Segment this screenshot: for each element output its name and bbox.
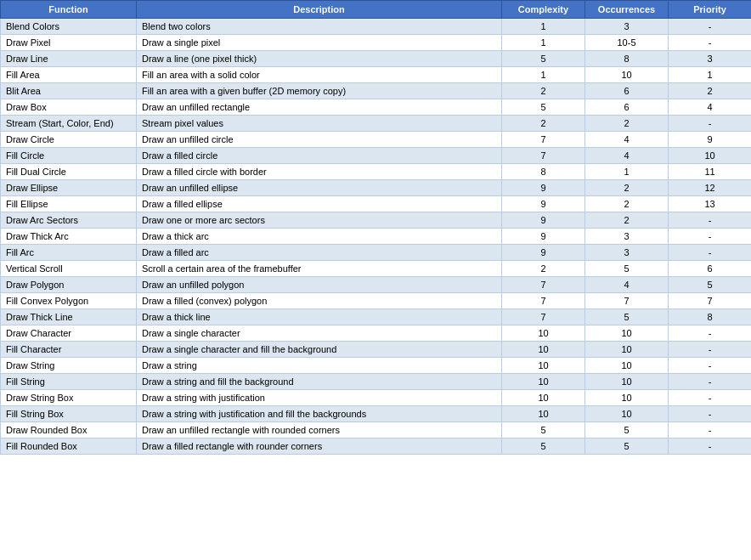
cell-description: Draw an unfilled polygon [137, 277, 502, 293]
cell-function: Draw Rounded Box [1, 422, 137, 438]
cell-description: Fill an area with a given buffer (2D mem… [137, 83, 502, 99]
table-row: Fill Rounded BoxDraw a filled rectangle … [1, 438, 752, 455]
cell-function: Draw String Box [1, 390, 137, 406]
cell-description: Draw a thick line [137, 309, 502, 325]
cell-description: Draw a filled arc [137, 245, 502, 261]
cell-priority: 13 [669, 196, 752, 212]
cell-priority: - [669, 438, 752, 455]
cell-occurrences: 2 [585, 196, 669, 212]
cell-description: Draw a string with justification [137, 390, 502, 406]
cell-description: Draw a filled (convex) polygon [137, 293, 502, 309]
cell-description: Draw an unfilled ellipse [137, 180, 502, 196]
cell-priority: 12 [669, 180, 752, 196]
cell-description: Draw a thick arc [137, 229, 502, 245]
cell-occurrences: 5 [585, 422, 669, 438]
table-row: Draw Rounded BoxDraw an unfilled rectang… [1, 422, 752, 438]
cell-complexity: 7 [502, 277, 585, 293]
cell-priority: 5 [669, 277, 752, 293]
table-row: Draw Arc SectorsDraw one or more arc sec… [1, 212, 752, 229]
functions-table: Function Description Complexity Occurren… [0, 0, 751, 455]
table-row: Draw EllipseDraw an unfilled ellipse9212 [1, 180, 752, 196]
cell-description: Draw a filled circle [137, 148, 502, 164]
cell-function: Draw Polygon [1, 277, 137, 293]
table-row: Fill StringDraw a string and fill the ba… [1, 374, 752, 390]
header-description: Description [137, 1, 502, 19]
table-row: Draw PolygonDraw an unfilled polygon745 [1, 277, 752, 293]
cell-description: Draw a filled rectangle with rounder cor… [137, 438, 502, 455]
table-row: Draw BoxDraw an unfilled rectangle564 [1, 99, 752, 116]
cell-description: Draw an unfilled rectangle with rounded … [137, 422, 502, 438]
header-priority: Priority [669, 1, 752, 19]
cell-occurrences: 5 [585, 309, 669, 325]
cell-function: Fill Ellipse [1, 196, 137, 212]
cell-occurrences: 1 [585, 164, 669, 180]
cell-complexity: 7 [502, 132, 585, 148]
cell-occurrences: 2 [585, 212, 669, 229]
cell-complexity: 7 [502, 293, 585, 309]
cell-description: Draw a filled ellipse [137, 196, 502, 212]
cell-occurrences: 4 [585, 277, 669, 293]
table-row: Fill Dual CircleDraw a filled circle wit… [1, 164, 752, 180]
cell-description: Draw an unfilled rectangle [137, 99, 502, 116]
cell-function: Draw Box [1, 99, 137, 116]
cell-function: Draw Character [1, 325, 137, 342]
cell-priority: 6 [669, 261, 752, 277]
cell-priority: - [669, 390, 752, 406]
cell-function: Draw Circle [1, 132, 137, 148]
table-row: Draw Thick LineDraw a thick line758 [1, 309, 752, 325]
table-row: Fill String BoxDraw a string with justif… [1, 406, 752, 422]
cell-function: Stream (Start, Color, End) [1, 116, 137, 132]
table-row: Vertical ScrollScroll a certain area of … [1, 261, 752, 277]
cell-priority: - [669, 325, 752, 342]
table-row: Blit AreaFill an area with a given buffe… [1, 83, 752, 99]
cell-function: Fill Area [1, 67, 137, 83]
cell-complexity: 5 [502, 99, 585, 116]
table-row: Stream (Start, Color, End)Stream pixel v… [1, 116, 752, 132]
table-row: Fill EllipseDraw a filled ellipse9213 [1, 196, 752, 212]
cell-priority: - [669, 422, 752, 438]
cell-occurrences: 3 [585, 245, 669, 261]
cell-priority: - [669, 35, 752, 51]
table-row: Fill CharacterDraw a single character an… [1, 342, 752, 358]
cell-description: Draw a string and fill the background [137, 374, 502, 390]
cell-function: Vertical Scroll [1, 261, 137, 277]
cell-complexity: 10 [502, 406, 585, 422]
cell-description: Blend two colors [137, 19, 502, 35]
cell-priority: - [669, 116, 752, 132]
main-table-container: Function Description Complexity Occurren… [0, 0, 751, 455]
cell-occurrences: 10 [585, 390, 669, 406]
cell-complexity: 9 [502, 180, 585, 196]
cell-occurrences: 8 [585, 51, 669, 67]
table-row: Draw StringDraw a string1010- [1, 358, 752, 374]
cell-function: Draw Line [1, 51, 137, 67]
cell-complexity: 1 [502, 35, 585, 51]
cell-priority: 9 [669, 132, 752, 148]
cell-priority: - [669, 342, 752, 358]
cell-function: Blit Area [1, 83, 137, 99]
cell-function: Fill Rounded Box [1, 438, 137, 455]
cell-description: Fill an area with a solid color [137, 67, 502, 83]
header-occurrences: Occurrences [585, 1, 669, 19]
cell-complexity: 9 [502, 245, 585, 261]
cell-complexity: 5 [502, 422, 585, 438]
table-row: Draw String BoxDraw a string with justif… [1, 390, 752, 406]
cell-occurrences: 10 [585, 358, 669, 374]
cell-priority: - [669, 406, 752, 422]
cell-description: Stream pixel values [137, 116, 502, 132]
cell-occurrences: 10 [585, 342, 669, 358]
cell-priority: 1 [669, 67, 752, 83]
cell-priority: 3 [669, 51, 752, 67]
cell-function: Draw Thick Line [1, 309, 137, 325]
cell-complexity: 10 [502, 342, 585, 358]
cell-description: Draw a line (one pixel thick) [137, 51, 502, 67]
cell-occurrences: 10 [585, 406, 669, 422]
cell-complexity: 10 [502, 374, 585, 390]
cell-priority: 2 [669, 83, 752, 99]
table-row: Draw CharacterDraw a single character101… [1, 325, 752, 342]
cell-priority: 8 [669, 309, 752, 325]
cell-complexity: 7 [502, 309, 585, 325]
cell-function: Fill Arc [1, 245, 137, 261]
cell-description: Draw a single character [137, 325, 502, 342]
cell-complexity: 1 [502, 67, 585, 83]
cell-complexity: 5 [502, 51, 585, 67]
